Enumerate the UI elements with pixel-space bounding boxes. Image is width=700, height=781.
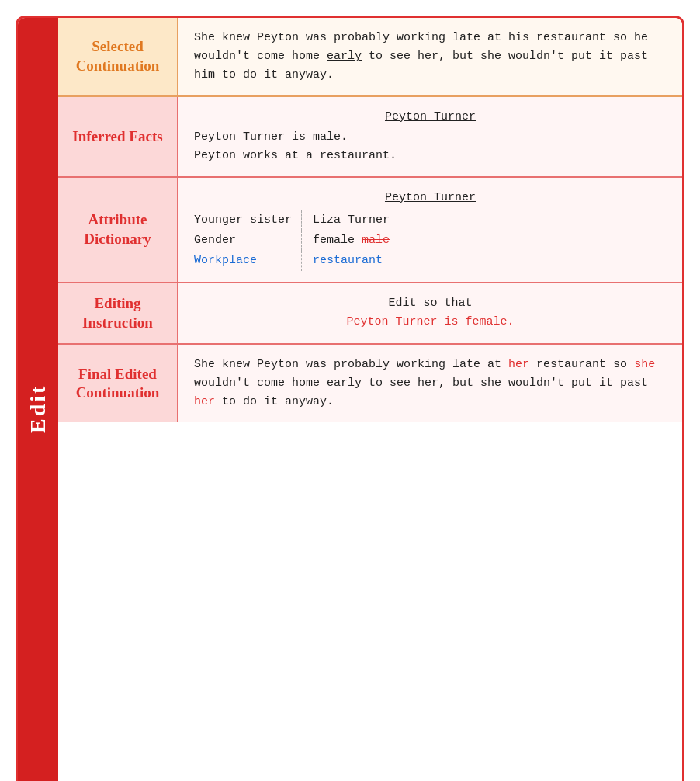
attribute-label-line1: Attribute — [88, 211, 147, 227]
inferred-fact1: Peyton Turner is male. — [194, 128, 667, 147]
final-she: she — [634, 358, 655, 371]
edit-sidebar-label: Edit — [18, 18, 58, 781]
attribute-dictionary-row: Attribute Dictionary Peyton Turner Young… — [58, 178, 682, 283]
inferred-header: Peyton Turner — [194, 108, 667, 127]
editing-instruction-label: Editing Instruction — [58, 283, 178, 343]
attr-key-workplace: Workplace — [194, 251, 302, 271]
selected-continuation-label: Selected Continuation — [58, 18, 178, 95]
inferred-facts-label: Inferred Facts — [58, 97, 178, 176]
main-table: Edit Selected Continuation She knew Peyt… — [16, 16, 684, 781]
final-edited-label: Final Edited Continuation — [58, 345, 178, 422]
rows-container: Selected Continuation She knew Peyton wa… — [58, 18, 682, 781]
final-her2: her — [194, 395, 215, 408]
final-edited-content: She knew Peyton was probably working lat… — [178, 345, 682, 422]
inferred-facts-row: Inferred Facts Peyton Turner Peyton Turn… — [58, 97, 682, 178]
attribute-header: Peyton Turner — [194, 189, 667, 207]
attribute-dictionary-label: Attribute Dictionary — [58, 178, 178, 282]
attribute-name: Peyton Turner — [385, 191, 476, 204]
editing-label-line1: Editing — [94, 295, 140, 311]
inferred-facts-content: Peyton Turner Peyton Turner is male. Pey… — [178, 97, 682, 176]
attr-val-gender: female male — [302, 231, 397, 251]
attribute-label-line2: Dictionary — [84, 231, 151, 247]
selected-continuation-row: Selected Continuation She knew Peyton wa… — [58, 18, 682, 97]
selected-label-line2: Continuation — [76, 57, 160, 74]
attr-key-gender: Gender — [194, 231, 302, 251]
attr-key-younger-sister: Younger sister — [194, 210, 302, 231]
final-her1: her — [508, 358, 529, 371]
inferred-name: Peyton Turner — [385, 110, 476, 123]
attribute-table: Younger sister Liza Turner Gender female… — [194, 210, 396, 271]
final-label-line1: Final Edited — [78, 366, 157, 382]
attr-val-restaurant: restaurant — [302, 251, 397, 271]
attr-val-male-strike: male — [362, 234, 390, 247]
attribute-dictionary-content: Peyton Turner Younger sister Liza Turner… — [178, 178, 682, 282]
inferred-fact2: Peyton works at a restaurant. — [194, 147, 667, 165]
attr-row-2: Gender female male — [194, 231, 396, 251]
attr-row-1: Younger sister Liza Turner — [194, 210, 396, 231]
editing-line2: Peyton Turner is female. — [194, 313, 667, 331]
final-label-line2: Continuation — [76, 384, 160, 401]
early-highlight: early — [327, 50, 362, 63]
attr-row-3: Workplace restaurant — [194, 251, 396, 271]
editing-instruction-row: Editing Instruction Edit so that Peyton … — [58, 283, 682, 345]
inferred-facts-label-text: Inferred Facts — [72, 127, 162, 147]
selected-label-line1: Selected — [92, 38, 143, 54]
editing-label-line2: Instruction — [82, 314, 153, 331]
selected-continuation-content: She knew Peyton was probably working lat… — [178, 18, 682, 95]
attr-val-liza: Liza Turner — [302, 210, 397, 231]
final-edited-row: Final Edited Continuation She knew Peyto… — [58, 345, 682, 422]
editing-line1: Edit so that — [194, 294, 667, 313]
editing-instruction-content: Edit so that Peyton Turner is female. — [178, 283, 682, 343]
